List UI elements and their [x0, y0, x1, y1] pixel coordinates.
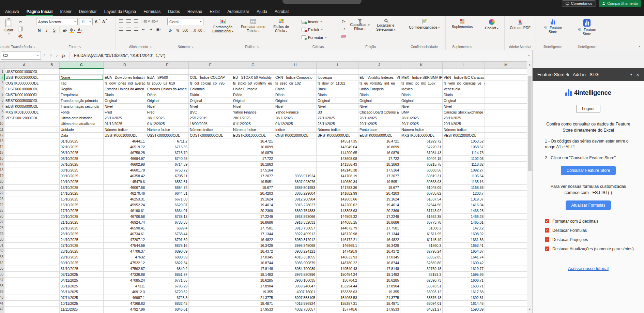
cell-E6[interactable]: Original: [146, 98, 189, 103]
cell-J23[interactable]: 19.1624: [358, 196, 400, 202]
dialog-launcher-icon[interactable]: ↘: [191, 45, 194, 48]
cell-A23[interactable]: [4, 196, 44, 202]
cell-I37[interactable]: 150704.2: [317, 277, 358, 283]
cell-E14[interactable]: 6715.35: [146, 144, 189, 150]
cell-E32[interactable]: 6890.89: [146, 248, 189, 254]
cell-K23[interactable]: 61637.54: [400, 196, 443, 202]
paste-button[interactable]: Colar ▾: [2, 18, 16, 36]
increase-indent-icon[interactable]: ⇥: [148, 26, 154, 32]
cell-G32[interactable]: 16.4372: [232, 248, 274, 254]
cell-A26[interactable]: [4, 213, 44, 219]
cell-J26[interactable]: 17.2249: [358, 213, 400, 219]
cell-D35[interactable]: 47562.87: [104, 266, 146, 271]
cell-B15[interactable]: [44, 150, 60, 155]
cell-C23[interactable]: 15/10/2025: [60, 196, 104, 202]
cell-F36[interactable]: [189, 271, 232, 277]
cell-G12[interactable]: EUSTK0010000ODL: [232, 132, 274, 138]
cell-F22[interactable]: [189, 190, 232, 196]
cell-L8[interactable]: Caracas Stock Exchange: [443, 109, 485, 115]
cell-D19[interactable]: 46358.42: [104, 173, 146, 179]
cell-C16[interactable]: 06/10/2025: [60, 155, 104, 161]
cell-G20[interactable]: 19.5951: [232, 179, 274, 184]
cell-I17[interactable]: 141356.43: [317, 161, 358, 167]
cell-J31[interactable]: 16.3429: [358, 242, 400, 248]
cell-J13[interactable]: 16.4721: [358, 138, 400, 144]
cell-L10[interactable]: 29/11/2025: [443, 121, 485, 126]
cell-A37[interactable]: [4, 277, 44, 283]
cell-L18[interactable]: 1092.27: [443, 167, 485, 173]
cell-G7[interactable]: Nível: [232, 103, 274, 109]
cell-F33[interactable]: [189, 254, 232, 260]
cell-M41[interactable]: [485, 300, 527, 306]
cell-I19[interactable]: 141708.19: [317, 173, 358, 179]
cell-H42[interactable]: 4002.758057: [274, 306, 317, 312]
cell-F14[interactable]: [189, 144, 232, 150]
cell-K7[interactable]: Nível: [400, 103, 443, 109]
scroll-down-icon[interactable]: ▼: [527, 307, 532, 312]
cell-L17[interactable]: 1118.62: [443, 161, 485, 167]
cell-J11[interactable]: Ponto base: [358, 126, 400, 132]
sort-filter-button[interactable]: Classificar e Filtrar ▾: [348, 18, 371, 31]
cell-E26[interactable]: 6735.13: [146, 213, 189, 219]
cell-J16[interactable]: 17.722: [358, 155, 400, 161]
cell-C14[interactable]: 02/10/2025: [60, 144, 104, 150]
row-header-24[interactable]: 24: [0, 202, 4, 208]
cell-H19[interactable]: 3933.971924: [274, 173, 317, 179]
row-header-19[interactable]: 19: [0, 173, 4, 179]
row-header-28[interactable]: 28: [0, 225, 4, 231]
cell-L9[interactable]: 28/11/2025: [443, 115, 485, 121]
checkbox-icon[interactable]: ✓: [545, 219, 549, 223]
row-header-20[interactable]: 20: [0, 179, 4, 184]
cell-F16[interactable]: [189, 155, 232, 161]
row-header-14[interactable]: 14: [0, 144, 4, 150]
dialog-launcher-icon[interactable]: ↘: [79, 45, 81, 48]
cell-L37[interactable]: 1606.71: [443, 277, 485, 283]
tab-fórmulas[interactable]: Fórmulas: [140, 7, 164, 16]
cell-C24[interactable]: 16/10/2025: [60, 202, 104, 208]
cell-H1[interactable]: [274, 69, 317, 74]
cell-I32[interactable]: 147428.9: [317, 248, 358, 254]
cell-B1[interactable]: [44, 69, 60, 74]
cell-H7[interactable]: Nível: [274, 103, 317, 109]
row-header-2[interactable]: 2: [0, 74, 4, 80]
cell-L24[interactable]: 1416.04: [443, 202, 485, 208]
cell-K39[interactable]: 63093.12: [400, 289, 443, 295]
row-header-31[interactable]: 31: [0, 242, 4, 248]
cell-I34[interactable]: 148780.22: [317, 260, 358, 266]
cell-K10[interactable]: 29/11/2025: [400, 121, 443, 126]
cell-M40[interactable]: [485, 295, 527, 300]
cell-G11[interactable]: Número índice: [232, 126, 274, 132]
cell-D11[interactable]: Número índice: [104, 126, 146, 132]
cell-K30[interactable]: 61145.49: [400, 237, 443, 242]
align-bottom-icon[interactable]: [133, 18, 139, 24]
row-header-36[interactable]: 36: [0, 271, 4, 277]
cell-I28[interactable]: 144872.79: [317, 225, 358, 231]
cell-H41[interactable]: 4018.596924: [274, 300, 317, 306]
cell-K11[interactable]: Número índice: [400, 126, 443, 132]
tab-exibir[interactable]: Exibir: [206, 7, 224, 16]
cell-G37[interactable]: 18.6285: [232, 277, 274, 283]
cell-C18[interactable]: 08/10/2025: [60, 167, 104, 173]
cell-F5[interactable]: Diário: [189, 92, 232, 98]
row-header-11[interactable]: 11: [0, 126, 4, 132]
merge-center-icon[interactable]: ▣▾: [155, 26, 162, 32]
cell-B7[interactable]: [44, 103, 60, 109]
cell-K29[interactable]: 61511.95: [400, 231, 443, 237]
cell-D6[interactable]: Original: [104, 98, 146, 103]
cell-D25[interactable]: 46190.61: [104, 208, 146, 213]
cell-L23[interactable]: 1319.37: [443, 196, 485, 202]
cell-L20[interactable]: 1135.16: [443, 179, 485, 184]
tab-acrobat[interactable]: Acrobat: [271, 7, 292, 16]
cell-G21[interactable]: 19.677: [232, 184, 274, 190]
cell-M18[interactable]: [485, 167, 527, 173]
cell-I36[interactable]: 150454.24: [317, 271, 358, 277]
cell-D12[interactable]: USSTK0001000ODL: [104, 132, 146, 138]
checkbox-icon[interactable]: ✓: [545, 247, 549, 251]
cell-L39[interactable]: 1617.38: [443, 289, 485, 295]
cell-B22[interactable]: [44, 190, 60, 196]
row-header-17[interactable]: 17: [0, 161, 4, 167]
cell-E24[interactable]: 6629.07: [146, 202, 189, 208]
cell-K35[interactable]: 62769.18: [400, 266, 443, 271]
cell-C6[interactable]: Transformação primária: [60, 98, 104, 103]
cell-G8[interactable]: Yahoo Finance: [232, 109, 274, 115]
